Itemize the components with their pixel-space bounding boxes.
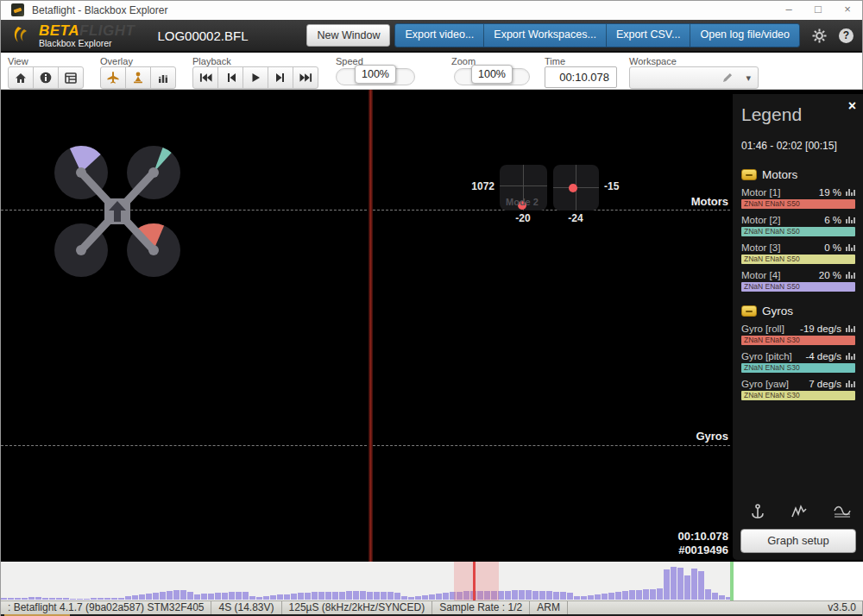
playback-label: Playback: [192, 56, 231, 66]
skip-end-icon: [299, 72, 312, 83]
sticks-icon: [132, 72, 144, 84]
log-filename: LOG00002.BFL: [157, 28, 248, 43]
field-settings-icon[interactable]: [846, 324, 855, 332]
right-stick-display: [553, 165, 599, 211]
throttle-value: 1072: [465, 180, 494, 192]
log-end-marker: [730, 562, 734, 600]
play-button[interactable]: [243, 66, 268, 89]
step-forward-button[interactable]: [268, 66, 293, 89]
settings-gear-icon[interactable]: [812, 28, 827, 43]
legend-field-motor4[interactable]: Motor [4] 20 % ZNaN ENaN S50: [741, 269, 855, 292]
left-stick-axis-h: [500, 185, 547, 186]
zoom-value[interactable]: 100%: [471, 65, 513, 84]
zoom-slider[interactable]: 100%: [454, 68, 530, 85]
log-time-range: 01:46 - 02:02 [00:15]: [741, 140, 855, 152]
window-title: Betaflight - Blackbox Explorer: [32, 1, 167, 20]
export-video-button[interactable]: Export video...: [395, 24, 483, 47]
field-settings-icon[interactable]: [846, 243, 855, 251]
legend-field-gyro-pitch[interactable]: Gyro [pitch] -4 deg/s ZNaN ENaN S30: [741, 350, 855, 373]
titlebar: Betaflight - Blackbox Explorer – □ ×: [1, 1, 862, 20]
statusbar: : Betaflight 4.1.7 (9ba02a587) STM32F405…: [1, 600, 862, 614]
time-label: Time: [545, 56, 565, 66]
sample-rate-info: Sample Rate : 1/2: [432, 601, 530, 614]
analyser-overlay-button[interactable]: [150, 66, 176, 89]
skip-to-start-button[interactable]: [192, 66, 218, 89]
play-icon: [251, 72, 261, 83]
pitch-value: -24: [562, 212, 589, 224]
seekbar[interactable]: [1, 562, 863, 600]
gyros-group-header[interactable]: Gyros: [741, 305, 855, 317]
right-stick-position-dot: [569, 184, 577, 192]
collapse-icon[interactable]: [741, 169, 757, 180]
time-input[interactable]: [545, 66, 617, 88]
field-settings-icon[interactable]: [846, 380, 855, 387]
log-list-button[interactable]: [58, 66, 84, 89]
app-header: BETAFLIGHT Blackbox Explorer LOG00002.BF…: [1, 20, 862, 53]
playback-cursor: [369, 90, 373, 562]
betaflight-logo: BETAFLIGHT Blackbox Explorer: [9, 23, 135, 48]
minimize-button[interactable]: –: [774, 1, 803, 20]
brand-subtitle: Blackbox Explorer: [39, 38, 135, 48]
app-version: v3.5.0: [828, 601, 862, 614]
legend-title: Legend: [741, 104, 855, 125]
legend-field-gyro-roll[interactable]: Gyro [roll] -19 deg/s ZNaN ENaN S30: [741, 323, 855, 345]
info-icon: [40, 72, 52, 84]
legend-field-motor3[interactable]: Motor [3] 0 % ZNaN ENaN S50: [741, 242, 855, 264]
view-label: View: [8, 56, 28, 66]
arm-flag: ARM: [530, 601, 568, 614]
field-settings-icon[interactable]: [846, 188, 855, 196]
smoothing-toggle-icon[interactable]: [833, 503, 852, 520]
field-color-bar: ZNaN ENaN S50: [741, 227, 855, 236]
field-settings-icon[interactable]: [846, 271, 855, 279]
brand-beta: BETA: [39, 22, 79, 39]
log-info-button[interactable]: [33, 66, 59, 89]
field-color-bar: ZNaN ENaN S50: [741, 255, 855, 264]
speed-slider[interactable]: 100%: [336, 68, 415, 85]
step-back-icon: [225, 72, 236, 83]
seekbar-position-marker[interactable]: [473, 562, 476, 600]
skip-to-end-button[interactable]: [293, 66, 318, 89]
gyros-group-label: Gyros: [696, 430, 728, 443]
home-button[interactable]: [8, 66, 34, 89]
legend-panel: × Legend 01:46 - 02:02 [00:15] Motors Mo…: [733, 94, 863, 560]
overlay-label: Overlay: [100, 56, 133, 66]
expo-toggle-icon[interactable]: [791, 503, 809, 520]
workspace-dropdown[interactable]: ▾: [629, 66, 759, 89]
chevron-down-icon[interactable]: ▾: [746, 72, 751, 84]
collapse-icon[interactable]: [741, 305, 757, 317]
workspace-label: Workspace: [629, 56, 677, 66]
legend-field-gyro-yaw[interactable]: Gyro [yaw] 7 deg/s ZNaN ENaN S30: [741, 378, 855, 400]
zoom-toggle-icon[interactable]: [748, 503, 767, 520]
home-icon: [15, 72, 27, 84]
export-csv-button[interactable]: Export CSV...: [606, 24, 690, 47]
seekbar-track[interactable]: [1, 562, 730, 600]
legend-field-motor2[interactable]: Motor [2] 6 % ZNaN ENaN S50: [741, 214, 855, 236]
sticks-overlay-button[interactable]: [125, 66, 151, 89]
legend-field-motor1[interactable]: Motor [1] 19 % ZNaN ENaN S50: [741, 186, 855, 209]
maximize-button[interactable]: □: [803, 1, 833, 20]
speed-value[interactable]: 100%: [355, 65, 396, 84]
seekbar-highlight-region: [454, 562, 499, 600]
toolbar: View Overlay Playback: [1, 53, 862, 90]
app-icon: [11, 3, 24, 16]
motors-group-label: Motors: [691, 195, 728, 208]
betaflight-bird-icon: [9, 24, 35, 47]
help-icon[interactable]: ?: [839, 28, 854, 43]
graph-setup-button[interactable]: Graph setup: [740, 529, 856, 553]
step-back-button[interactable]: [217, 66, 243, 89]
open-log-button[interactable]: Open log file/video: [690, 24, 799, 47]
field-color-bar: ZNaN ENaN S30: [741, 391, 855, 400]
firmware-info: : Betaflight 4.1.7 (9ba02a587) STM32F405: [1, 601, 211, 614]
pencil-icon[interactable]: [721, 72, 734, 84]
looptime-info: 125µS (8kHz/2kHz/SYNCED): [282, 601, 433, 614]
field-settings-icon[interactable]: [846, 216, 855, 223]
legend-close-icon[interactable]: ×: [848, 98, 856, 114]
craft-overlay-button[interactable]: [100, 66, 126, 89]
field-settings-icon[interactable]: [846, 352, 855, 360]
roll-value: -15: [604, 180, 619, 192]
export-workspaces-button[interactable]: Export Workspaces...: [483, 24, 606, 47]
plane-icon: [107, 72, 119, 84]
motors-group-header[interactable]: Motors: [741, 168, 855, 181]
new-window-button[interactable]: New Window: [306, 24, 390, 47]
close-button[interactable]: ×: [833, 1, 862, 20]
